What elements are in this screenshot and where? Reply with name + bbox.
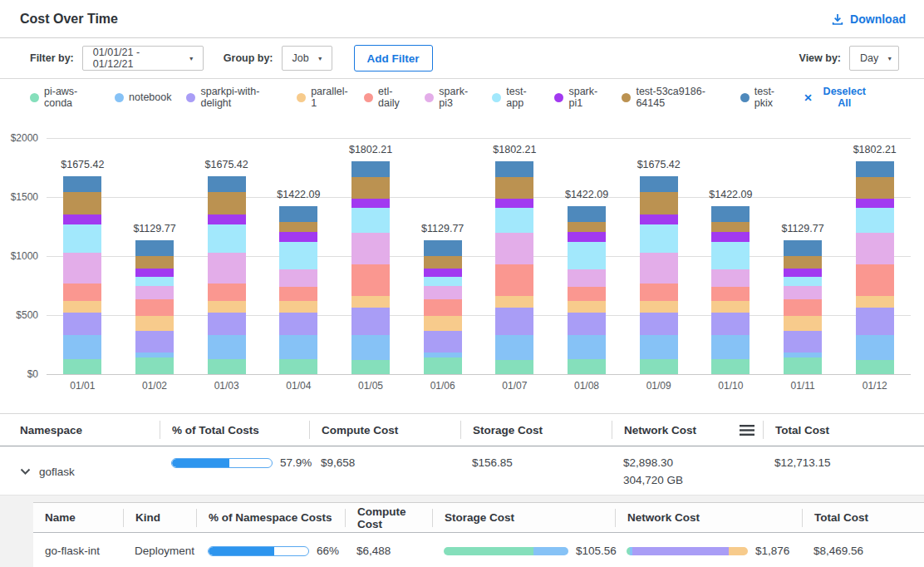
col-header-compute: Compute Cost [309,421,460,439]
y-axis-labels: $2000$1500$1000$500$0 [0,138,38,374]
bar-segment-test-app [208,224,246,254]
pct-total-label: 57.9% [280,456,312,469]
legend-item-pi-aws-conda[interactable]: pi-aws-conda [30,86,100,109]
y-tick-label: $1500 [0,191,38,203]
bar-segment-test-pkix [424,240,462,255]
compute-cost-value: $9,658 [309,456,460,486]
expand-chevron-icon[interactable] [20,468,31,476]
stacked-bar-01/10[interactable] [711,206,750,374]
add-filter-button[interactable]: Add Filter [354,45,433,71]
legend-item-test-app[interactable]: test-app [492,86,539,109]
x-tick-label: 01/02 [119,380,191,392]
namespace-cost-table: Namespace % of Total Costs Compute Cost … [0,413,924,567]
bar-segment-parallel-1 [424,316,462,331]
group-by-select[interactable]: Job ▼ [282,46,332,71]
bar-segment [444,547,533,555]
stacked-bar-01/09[interactable] [640,176,678,374]
bar-segment-parallel-1 [135,316,174,331]
legend-item-notebook[interactable]: notebook [115,91,171,103]
table-header-row: Namespace % of Total Costs Compute Cost … [0,413,924,446]
bar-total-label: $1422.09 [565,189,608,200]
bar-segment-parallel-1 [640,301,678,313]
bar-total-label: $1802.21 [349,144,392,155]
stacked-bar-01/02[interactable] [135,240,174,374]
plot-area: $1675.42$1129.77$1675.42$1422.09$1802.21… [47,138,911,374]
x-tick-label: 01/06 [406,380,479,392]
stacked-bar-01/07[interactable] [495,161,533,374]
legend-item-sparkpi-with-delight[interactable]: sparkpi-with-delight [186,86,282,109]
bar-total-label: $1675.42 [205,159,248,170]
bar-segment-test-53ca9186-64145 [856,177,894,200]
col-header-network: Network Cost [615,509,802,527]
stacked-bar-01/01[interactable] [63,176,101,374]
bar-slot: $1675.42 [47,138,119,374]
storage-cost-bar [444,547,568,555]
bar-segment-test-53ca9186-64145 [784,256,822,269]
bar-segment [533,547,568,555]
bar-segment-parallel-1 [208,301,246,313]
bar-slot: $1129.77 [406,138,479,374]
bar-segment-test-app [568,242,606,269]
bar-segment-sparkpi-with-delight [711,313,750,336]
pct-total-progress [171,458,273,468]
bar-segment-etl-daily [495,264,533,295]
deselect-all-button[interactable]: ✕ Deselect All [804,86,871,109]
stacked-bar-01/04[interactable] [279,206,317,374]
bar-total-label: $1422.09 [277,189,320,200]
legend-label: spark-pi1 [568,86,607,109]
legend-label: parallel-1 [311,86,349,109]
chevron-down-icon: ▼ [887,56,892,62]
bar-segment-pi-aws-conda [568,359,606,374]
col-header-compute: Compute Cost [345,509,432,527]
column-settings-icon[interactable] [740,425,754,436]
stacked-bar-01/06[interactable] [424,240,462,374]
total-cost-value: $8,469.56 [802,545,924,567]
stacked-bar-01/08[interactable] [568,206,606,374]
legend-dot-icon [740,93,750,102]
stacked-bar-01/11[interactable] [784,240,822,374]
bar-segment-spark-pi1 [208,214,246,224]
download-icon [831,12,844,26]
bar-segment-parallel-1 [351,296,390,308]
legend-item-spark-pi1[interactable]: spark-pi1 [554,86,607,109]
bar-segment-spark-pi1 [856,199,894,208]
y-tick-label: $500 [0,309,38,321]
bar-segment-etl-daily [424,299,462,316]
legend-item-spark-pi3[interactable]: spark-pi3 [425,86,477,109]
x-tick-label: 01/11 [767,380,839,392]
filter-by-label: Filter by: [30,52,74,64]
namespace-row-goflask[interactable]: goflask 57.9% $9,658 $156.85 $2,898.30 3… [0,446,924,496]
workload-kind: Deployment [123,545,196,567]
bar-segment-parallel-1 [711,301,750,313]
legend-item-parallel-1[interactable]: parallel-1 [297,86,349,109]
legend-label: spark-pi3 [439,86,477,109]
view-by-select[interactable]: Day ▼ [849,46,899,71]
bars-row: $1675.42$1129.77$1675.42$1422.09$1802.21… [47,138,911,374]
stacked-bar-01/03[interactable] [208,176,246,374]
storage-cost-value: $105.56 [576,545,617,557]
bar-segment-spark-pi3 [351,233,390,264]
bar-segment-pi-aws-conda [711,359,750,374]
stacked-bar-01/12[interactable] [856,161,894,374]
namespace-name: goflask [39,466,75,478]
bar-segment-test-app [279,242,317,269]
bar-segment-sparkpi-with-delight [640,313,678,336]
bar-segment-etl-daily [711,287,750,301]
legend-item-test-53ca9186-64145[interactable]: test-53ca9186-64145 [622,86,725,109]
col-header-pct-total: % of Total Costs [160,421,309,439]
bar-segment-spark-pi1 [568,232,606,242]
download-label: Download [850,12,906,26]
legend-item-etl-daily[interactable]: etl-daily [364,86,410,109]
network-usage-value: 304,720 GB [623,474,763,486]
bar-slot: $1802.21 [335,138,407,374]
bar-segment-spark-pi1 [640,214,678,224]
date-range-select[interactable]: 01/01/21 - 01/12/21 ▼ [82,46,204,71]
legend-item-test-pkix[interactable]: test-pkix [740,86,789,109]
legend-dot-icon [186,93,195,102]
download-button[interactable]: Download [831,12,906,26]
y-tick-label: $2000 [0,132,38,144]
bar-slot: $1802.21 [838,138,911,374]
bar-segment-test-app [424,277,462,286]
stacked-bar-01/05[interactable] [351,161,390,374]
bar-segment-test-pkix [495,161,533,177]
